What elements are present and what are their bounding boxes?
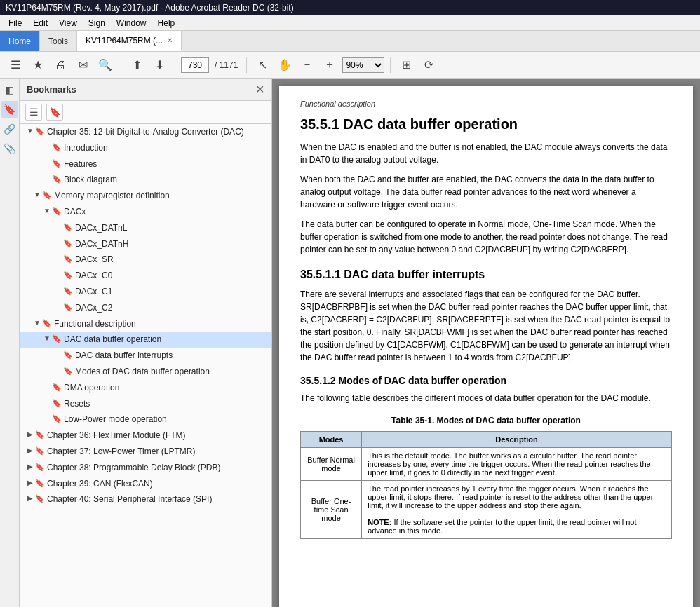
mode-desc-1: The read pointer increases by 1 every ti… (362, 481, 672, 539)
lowpower-label: Low-Power mode operation (64, 414, 269, 425)
tree-item-dacx-c2[interactable]: 🔖 DACx_C2 (20, 300, 271, 316)
tree-item-dac-buf-int[interactable]: 🔖 DAC data buffer interrupts (20, 348, 271, 364)
left-nav-icon[interactable]: ◧ (1, 81, 18, 98)
tree-item-lowpower[interactable]: 🔖 Low-Power mode operation (20, 411, 271, 428)
tree-item-ch37[interactable]: ▶ 🔖 Chapter 37: Low-Power Timer (LPTMR) (20, 444, 271, 460)
zoom-out-icon[interactable]: － (297, 55, 317, 75)
pdf-h2: 35.5.1.1 DAC data buffer interrupts (300, 268, 672, 281)
toggle-ch35[interactable]: ▼ (25, 126, 35, 136)
toolbar-print-icon[interactable]: 🖨 (51, 55, 70, 75)
c1-label: DACx_C1 (75, 286, 269, 298)
toggle-ch38[interactable]: ▶ (25, 462, 35, 472)
tab-home[interactable]: Home (0, 31, 40, 51)
toggle-dacbuf[interactable]: ▼ (42, 334, 52, 343)
ch36-label: Chapter 36: FlexTimer Module (FTM) (47, 430, 269, 442)
pdf-content-area[interactable]: Functional description 35.5.1 DAC data b… (272, 79, 700, 607)
memmap-label: Memory map/register definition (54, 190, 269, 202)
tree-item-features[interactable]: 🔖 Features (20, 156, 271, 172)
ch37-label: Chapter 37: Low-Power Timer (LPTMR) (47, 446, 269, 458)
tree-item-block-diagram[interactable]: 🔖 Block diagram (20, 172, 271, 188)
sidebar-list-icon[interactable]: ☰ (25, 104, 42, 121)
left-attach-icon[interactable]: 📎 (1, 140, 18, 157)
toggle-ch37[interactable]: ▶ (25, 446, 35, 456)
c2-label: DACx_C2 (75, 302, 269, 314)
tree-item-dacx-c0[interactable]: 🔖 DACx_C0 (20, 268, 271, 284)
main-area: ◧ 🔖 🔗 📎 Bookmarks ✕ ☰ 🔖 ▼ 🔖 Chapter 35: … (0, 79, 700, 607)
toolbar-scroll-down-icon[interactable]: ⬇ (149, 55, 169, 75)
tree-item-dacx-datnl[interactable]: 🔖 DACx_DATnL (20, 220, 271, 236)
tree-item-ch40[interactable]: ▶ 🔖 Chapter 40: Serial Peripheral Interf… (20, 491, 271, 507)
menu-sign[interactable]: Sign (83, 17, 111, 29)
sidebar-title: Bookmarks (27, 84, 76, 95)
tree-item-memmap[interactable]: ▼ 🔖 Memory map/register definition (20, 188, 271, 204)
c0-label: DACx_C0 (75, 270, 269, 282)
tree-item-dac-buf-op[interactable]: ▼ 🔖 DAC data buffer operation (20, 332, 271, 348)
tab-close-icon[interactable]: ✕ (167, 36, 173, 44)
funcdesc-label: Functional description (54, 318, 269, 330)
tree-item-ch35[interactable]: ▼ 🔖 Chapter 35: 12-bit Digital-to-Analog… (20, 124, 271, 140)
modes-label: Modes of DAC data buffer operation (75, 366, 269, 378)
toolbar-mail-icon[interactable]: ✉ (73, 55, 93, 75)
bookmark-icon-funcdesc: 🔖 (42, 318, 52, 329)
tab-tools[interactable]: Tools (40, 31, 77, 51)
menu-edit[interactable]: Edit (27, 17, 53, 29)
toggle-ch40[interactable]: ▶ (25, 493, 35, 503)
bookmark-icon-sr: 🔖 (63, 254, 73, 264)
menu-bar: File Edit View Sign Window Help (0, 15, 700, 31)
sidebar-header: Bookmarks ✕ (20, 79, 271, 101)
tree-item-ch36[interactable]: ▶ 🔖 Chapter 36: FlexTimer Module (FTM) (20, 428, 271, 444)
toolbar-nav-icon[interactable]: ☰ (6, 55, 25, 75)
zoom-select[interactable]: 90% 100% 125% 75% (342, 57, 384, 73)
pdf-page: Functional description 35.5.1 DAC data b… (279, 86, 693, 607)
tree-item-dacx-sr[interactable]: 🔖 DACx_SR (20, 252, 271, 268)
toggle-memmap[interactable]: ▼ (32, 190, 42, 200)
tree-item-dacx[interactable]: ▼ 🔖 DACx (20, 204, 271, 220)
page-number-input[interactable]: 730 (181, 57, 209, 73)
fit-page-icon[interactable]: ⊞ (396, 55, 416, 75)
tree-item-dacx-c1[interactable]: 🔖 DACx_C1 (20, 284, 271, 300)
bookmark-icon-block: 🔖 (52, 174, 62, 184)
ch38-label: Chapter 38: Programmable Delay Block (PD… (47, 462, 269, 474)
toggle-dacx[interactable]: ▼ (42, 206, 52, 216)
tree-item-resets[interactable]: 🔖 Resets (20, 396, 271, 412)
tree-item-dma-op[interactable]: 🔖 DMA operation (20, 380, 271, 396)
mode-desc-0: This is the default mode. The buffer wor… (362, 448, 672, 481)
left-bookmark-icon[interactable]: 🔖 (1, 101, 18, 118)
toolbar-bookmark-icon[interactable]: ★ (28, 55, 48, 75)
toggle-ch36[interactable]: ▶ (25, 430, 35, 439)
toggle-ch39[interactable]: ▶ (25, 478, 35, 488)
dacbuf-label: DAC data buffer operation (64, 334, 269, 346)
left-link-icon[interactable]: 🔗 (1, 121, 18, 137)
toolbar-sep-2 (175, 57, 175, 73)
tree-item-introduction[interactable]: 🔖 Introduction (20, 140, 271, 156)
tab-doc[interactable]: KV11P64M75RM (... ✕ (77, 31, 182, 51)
menu-window[interactable]: Window (111, 17, 152, 29)
cursor-tool-icon[interactable]: ↖ (253, 55, 272, 75)
zoom-in-icon[interactable]: ＋ (320, 55, 339, 75)
sidebar-toolbar: ☰ 🔖 (20, 101, 271, 124)
tree-item-ch38[interactable]: ▶ 🔖 Chapter 38: Programmable Delay Block… (20, 460, 271, 476)
rotate-icon[interactable]: ⟳ (419, 55, 438, 75)
title-text: KV11P64M75RM (Rev. 4, May 2017).pdf - Ad… (6, 3, 294, 13)
intro-label: Introduction (64, 142, 269, 154)
bookmark-icon-resets: 🔖 (52, 398, 62, 409)
toolbar-search-icon[interactable]: 🔍 (95, 55, 115, 75)
bookmark-icon-datnl: 🔖 (63, 222, 73, 233)
toggle-funcdesc[interactable]: ▼ (32, 318, 42, 328)
hand-tool-icon[interactable]: ✋ (275, 55, 295, 75)
bookmark-icon-c0: 🔖 (63, 270, 73, 280)
bookmark-icon-datnh: 🔖 (63, 238, 73, 249)
dacx-label: DACx (64, 206, 269, 218)
menu-view[interactable]: View (53, 17, 83, 29)
sidebar-close-button[interactable]: ✕ (255, 83, 264, 96)
menu-file[interactable]: File (3, 17, 27, 29)
tree-item-ch39[interactable]: ▶ 🔖 Chapter 39: CAN (FlexCAN) (20, 476, 271, 492)
page-total-label: / 1171 (212, 60, 241, 70)
tree-item-modes-dac[interactable]: 🔖 Modes of DAC data buffer operation (20, 364, 271, 380)
sidebar-expand-icon[interactable]: 🔖 (46, 104, 63, 121)
tree-item-dacx-datnh[interactable]: 🔖 DACx_DATnH (20, 236, 271, 252)
toolbar-scroll-up-icon[interactable]: ⬆ (127, 55, 147, 75)
tree-item-func-desc[interactable]: ▼ 🔖 Functional description (20, 316, 271, 332)
sidebar-content[interactable]: ▼ 🔖 Chapter 35: 12-bit Digital-to-Analog… (20, 124, 271, 607)
menu-help[interactable]: Help (152, 17, 181, 29)
